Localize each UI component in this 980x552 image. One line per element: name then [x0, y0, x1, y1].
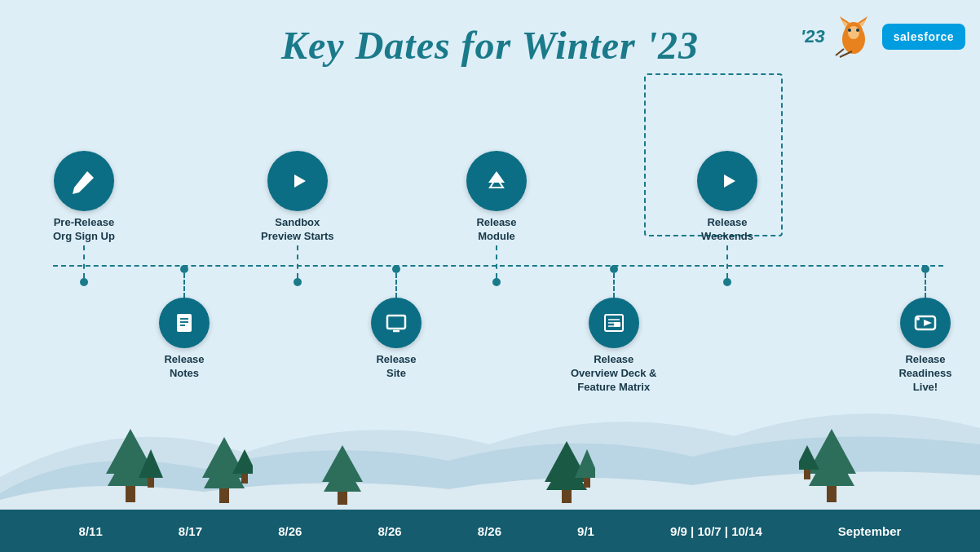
svg-marker-49: [724, 174, 735, 188]
tree-group-4: [538, 437, 595, 510]
release-overview-icon: [589, 298, 639, 348]
release-weekends-dot: [723, 278, 731, 286]
date-811: 8/11: [79, 524, 103, 538]
tree-group-left: [98, 425, 163, 510]
svg-rect-33: [804, 470, 810, 479]
release-module-label: ReleaseModule: [476, 216, 516, 244]
svg-rect-15: [148, 478, 154, 488]
release-weekends-icon: [697, 151, 757, 211]
release-readiness-label: Release ReadinessLive!: [881, 353, 970, 395]
release-notes-connector: [183, 273, 185, 298]
event-release-module: ReleaseModule: [466, 151, 527, 286]
release-weekends-connector: [726, 245, 728, 278]
release-site-label: ReleaseSite: [376, 353, 416, 381]
event-release-notes: ReleaseNotes: [159, 265, 210, 381]
event-release-overview: ReleaseOverview Deck &Feature Matrix: [571, 265, 657, 395]
svg-line-10: [840, 51, 852, 57]
sandbox-preview-dot: [294, 278, 302, 286]
logo-area: '23 salesforce: [801, 15, 965, 59]
release-site-dot: [392, 265, 400, 273]
date-826-site: 8/26: [377, 524, 401, 538]
svg-point-7: [848, 29, 851, 32]
date-september: September: [838, 524, 902, 538]
svg-rect-26: [562, 490, 572, 503]
release-notes-label: ReleaseNotes: [164, 353, 204, 381]
event-release-site: ReleaseSite: [371, 265, 422, 381]
date-826-sandbox: 8/26: [278, 524, 302, 538]
svg-rect-13: [126, 486, 135, 502]
svg-rect-48: [614, 322, 620, 327]
mascot-icon: [832, 15, 876, 59]
svg-rect-39: [387, 316, 405, 329]
sandbox-preview-connector: [297, 245, 298, 278]
release-readiness-dot: [921, 265, 929, 273]
release-readiness-connector: [925, 273, 926, 298]
date-91: 9/1: [577, 524, 594, 538]
date-817: 8/17: [179, 524, 202, 538]
pre-release-icon: [54, 151, 114, 211]
pre-release-connector: [83, 245, 85, 278]
release-readiness-icon: [900, 298, 951, 348]
svg-marker-38: [294, 174, 306, 188]
year-badge: '23: [801, 26, 825, 47]
release-site-connector: [395, 273, 397, 298]
sandbox-preview-label: SandboxPreview Starts: [261, 216, 334, 244]
svg-marker-51: [924, 320, 932, 326]
svg-rect-31: [827, 486, 837, 502]
release-site-icon: [371, 298, 422, 348]
release-module-dot: [492, 278, 501, 286]
release-overview-label: ReleaseOverview Deck &Feature Matrix: [571, 353, 657, 395]
tree-group-3: [318, 441, 367, 510]
event-pre-release: Pre-ReleaseOrg Sign Up: [53, 151, 115, 286]
sandbox-preview-icon: [267, 151, 328, 211]
svg-rect-20: [241, 474, 248, 484]
release-module-icon: [466, 151, 527, 211]
svg-point-52: [916, 317, 920, 320]
svg-rect-23: [338, 492, 347, 505]
date-weekends: 9/9 | 10/7 | 10/14: [670, 524, 762, 538]
release-notes-dot: [180, 265, 188, 273]
svg-point-8: [856, 29, 859, 32]
release-notes-icon: [159, 298, 210, 348]
release-overview-dot: [610, 265, 618, 273]
date-bar: 8/11 8/17 8/26 8/26 8/26 9/1 9/9 | 10/7 …: [0, 510, 980, 552]
svg-rect-28: [584, 478, 590, 488]
pre-release-label: Pre-ReleaseOrg Sign Up: [53, 216, 115, 244]
date-826-module: 8/26: [478, 524, 501, 538]
svg-rect-18: [219, 488, 229, 503]
svg-line-9: [836, 49, 844, 55]
event-release-weekends: ReleaseWeekends: [697, 151, 757, 286]
pre-release-dot: [80, 278, 88, 286]
event-release-readiness: Release ReadinessLive!: [881, 265, 970, 395]
salesforce-logo: salesforce: [882, 24, 965, 50]
tree-group-5: [799, 425, 864, 510]
tree-group-2: [196, 433, 253, 510]
release-weekends-label: ReleaseWeekends: [701, 216, 753, 244]
svg-point-2: [848, 26, 859, 39]
event-sandbox-preview: SandboxPreview Starts: [261, 151, 334, 286]
release-overview-connector: [613, 273, 615, 298]
release-module-connector: [496, 245, 497, 278]
